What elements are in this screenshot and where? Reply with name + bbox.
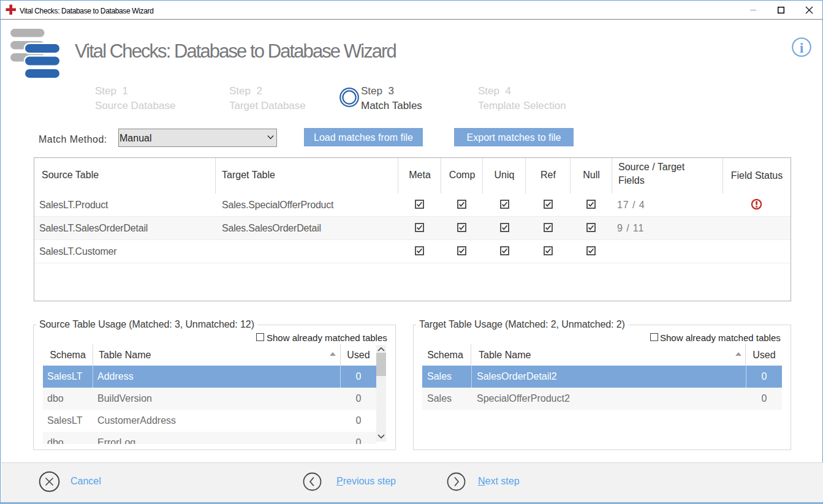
svg-text:i: i [800, 40, 804, 56]
